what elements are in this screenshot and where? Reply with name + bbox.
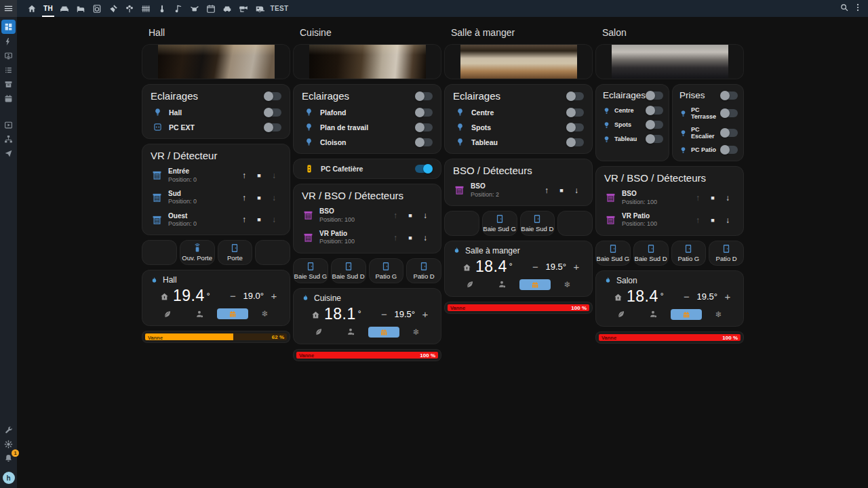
tile-patio-g[interactable]: Patio G (369, 258, 404, 283)
preset-snowflake[interactable]: ❄ (400, 328, 433, 336)
tab-shovel[interactable] (105, 0, 121, 17)
user-avatar[interactable]: h (3, 472, 15, 484)
bulb-icon[interactable] (456, 108, 465, 117)
temp-decrease-button[interactable]: − (228, 290, 237, 302)
cover-down-button[interactable]: ↓ (267, 215, 281, 224)
tab-home[interactable] (24, 0, 40, 17)
bulb-icon[interactable] (603, 136, 610, 143)
sidebar-item-media-display[interactable] (1, 49, 16, 62)
bulb-icon[interactable] (456, 138, 465, 146)
cover-stop-button[interactable]: ■ (554, 187, 569, 194)
preset-person[interactable] (183, 310, 216, 319)
cover-up-button[interactable]: ↑ (388, 233, 403, 243)
toggle[interactable] (415, 92, 433, 100)
sidebar-item-media-box[interactable] (1, 119, 16, 131)
toggle[interactable] (720, 109, 738, 117)
cover-stop-button[interactable]: ■ (252, 216, 267, 223)
tab-music[interactable] (170, 0, 186, 17)
cover-down-button[interactable]: ↓ (267, 193, 281, 203)
toggle[interactable] (720, 92, 738, 100)
tab-flower[interactable] (121, 0, 138, 17)
cover-stop-button[interactable]: ■ (252, 172, 267, 179)
toggle[interactable] (415, 165, 433, 173)
bulb-icon[interactable] (603, 107, 610, 115)
toggle[interactable] (415, 123, 433, 131)
tab-thermometer[interactable] (154, 0, 170, 17)
preset-leaf[interactable] (604, 310, 637, 319)
temp-increase-button[interactable]: + (420, 308, 430, 320)
cover-down-button[interactable]: ↓ (569, 186, 584, 195)
toggle[interactable] (415, 108, 433, 117)
sidebar-item-dashboard[interactable] (1, 20, 16, 34)
toggle[interactable] (646, 106, 663, 115)
cover-stop-button[interactable]: ■ (403, 212, 418, 219)
toggle[interactable] (566, 138, 584, 146)
tile-baie-sud-d[interactable]: Baie Sud D (633, 241, 669, 266)
cover-up-button[interactable]: ↑ (690, 216, 705, 225)
sidebar-item-sitemap[interactable] (1, 133, 16, 146)
preset-person[interactable] (637, 310, 669, 319)
toggle[interactable] (720, 146, 738, 154)
cover-up-button[interactable]: ↑ (237, 215, 252, 224)
cover-up-button[interactable]: ↑ (690, 193, 705, 203)
search-button[interactable] (840, 3, 849, 15)
temp-decrease-button[interactable]: − (530, 261, 540, 272)
cover-down-button[interactable]: ↓ (418, 233, 433, 243)
tab-test[interactable]: TEST (268, 0, 291, 17)
preset-person[interactable] (486, 280, 518, 289)
outlet-icon[interactable] (153, 123, 162, 131)
toggle[interactable] (566, 108, 584, 117)
tab-floorplan[interactable]: TH (40, 0, 56, 17)
camera-card[interactable] (595, 44, 744, 79)
socket-icon[interactable] (304, 164, 314, 174)
tab-sofa[interactable] (56, 0, 73, 17)
temp-increase-button[interactable]: + (572, 261, 581, 272)
bulb-icon[interactable] (304, 123, 313, 131)
cover-down-button[interactable]: ↓ (720, 216, 735, 225)
temp-increase-button[interactable]: + (269, 290, 279, 302)
tab-cctv[interactable] (235, 0, 252, 17)
preset-leaf[interactable] (302, 327, 334, 336)
tab-car[interactable] (219, 0, 235, 17)
preset-leaf[interactable] (151, 310, 183, 319)
cover-stop-button[interactable]: ■ (252, 195, 267, 201)
preset-radiator[interactable] (216, 308, 249, 319)
camera-card[interactable] (142, 44, 290, 79)
cover-stop-button[interactable]: ■ (403, 235, 418, 241)
cover-down-button[interactable]: ↓ (418, 211, 433, 220)
bulb-icon[interactable] (679, 129, 687, 137)
cover-down-button[interactable]: ↓ (267, 171, 281, 180)
camera-card[interactable] (444, 44, 593, 79)
bulb-icon[interactable] (153, 108, 162, 117)
sidebar-item-tools[interactable] (1, 424, 16, 436)
temp-decrease-button[interactable]: − (682, 291, 691, 302)
preset-person[interactable] (334, 327, 367, 336)
preset-leaf[interactable] (453, 280, 486, 289)
tab-fence[interactable] (138, 0, 154, 17)
tile-ouv-porte[interactable]: Ouv. Porte (180, 240, 215, 265)
cover-up-button[interactable]: ↑ (237, 171, 252, 180)
bulb-icon[interactable] (603, 121, 610, 129)
toggle[interactable] (264, 123, 281, 131)
toggle[interactable] (646, 135, 663, 143)
bulb-icon[interactable] (679, 110, 687, 117)
toggle[interactable] (264, 108, 281, 117)
camera-card[interactable] (293, 44, 441, 79)
sidebar-item-send[interactable] (1, 147, 16, 160)
toggle[interactable] (264, 92, 281, 100)
cover-stop-button[interactable]: ■ (705, 217, 720, 224)
cover-up-button[interactable]: ↑ (539, 186, 554, 195)
tab-calendar-clock[interactable] (203, 0, 219, 17)
cover-stop-button[interactable]: ■ (705, 195, 720, 201)
preset-snowflake[interactable]: ❄ (551, 281, 584, 289)
bulb-icon[interactable] (679, 146, 687, 154)
tab-caravan[interactable] (252, 0, 268, 17)
sidebar-item-calendar[interactable] (1, 92, 16, 105)
temp-decrease-button[interactable]: − (379, 308, 389, 320)
toggle[interactable] (566, 123, 584, 131)
tile-baie-sud-g[interactable]: Baie Sud G (595, 241, 631, 266)
tab-bed[interactable] (73, 0, 89, 17)
preset-radiator[interactable] (670, 309, 703, 320)
tab-watering-can[interactable] (186, 0, 203, 17)
tile-patio-d[interactable]: Patio D (406, 258, 441, 283)
